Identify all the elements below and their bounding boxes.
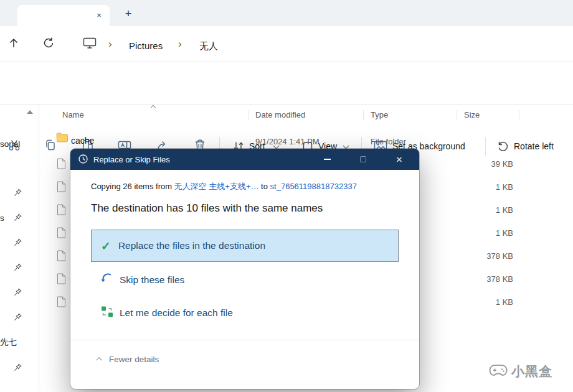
file-icon bbox=[57, 296, 66, 310]
file-explorer-window: × + › Pictures › 无人 bbox=[0, 0, 573, 392]
dialog-title-bar[interactable]: Replace or Skip Files × bbox=[70, 149, 419, 170]
file-size: 1 KB bbox=[438, 228, 513, 238]
column-header-type[interactable]: Type bbox=[371, 110, 388, 119]
pin-icon bbox=[13, 238, 23, 248]
pin-icon bbox=[13, 363, 23, 373]
pin-icon bbox=[13, 287, 23, 297]
pin-icon bbox=[13, 263, 23, 273]
rotate-left-button[interactable]: Rotate left bbox=[514, 141, 554, 151]
decide-each-file-label: Let me decide for each file bbox=[120, 307, 233, 319]
monitor-icon bbox=[83, 37, 97, 52]
file-size: 1 KB bbox=[438, 205, 513, 215]
close-icon: × bbox=[396, 154, 402, 165]
sidebar-divider bbox=[39, 105, 39, 392]
refresh-button[interactable] bbox=[39, 34, 59, 54]
copy-summary-to: to bbox=[261, 182, 268, 191]
up-arrow-icon bbox=[7, 37, 20, 52]
skip-files-label: Skip these files bbox=[120, 274, 184, 286]
maximize-button[interactable] bbox=[349, 149, 377, 170]
sort-ascending-icon bbox=[151, 105, 156, 110]
dialog-divider bbox=[70, 340, 419, 340]
copy-summary: Copying 26 items from 无人深空 主线+支线+… to st… bbox=[91, 181, 357, 192]
column-header-date-modified[interactable]: Date modified bbox=[255, 110, 305, 119]
decide-icon bbox=[100, 305, 114, 321]
skip-icon bbox=[100, 272, 114, 288]
chevron-down-icon bbox=[343, 143, 349, 149]
gamepad-logo-icon bbox=[489, 362, 508, 381]
fewer-details-label: Fewer details bbox=[109, 355, 159, 364]
minimize-icon bbox=[324, 159, 331, 160]
column-separator[interactable] bbox=[363, 110, 364, 120]
navigation-bar: › Pictures › 无人 bbox=[0, 26, 573, 62]
file-icon bbox=[57, 273, 66, 287]
watermark: 小黑盒 bbox=[489, 362, 552, 381]
pin-icon bbox=[13, 213, 23, 223]
file-size: 378 KB bbox=[438, 251, 513, 261]
breadcrumb-pictures[interactable]: Pictures bbox=[129, 40, 163, 51]
file-name[interactable]: cache bbox=[71, 136, 94, 146]
tab-strip: × + bbox=[0, 0, 573, 26]
file-date-modified: 9/1/2024 1:41 PM bbox=[255, 137, 320, 146]
decide-each-file-option[interactable]: Let me decide for each file bbox=[100, 305, 233, 321]
skip-files-option[interactable]: Skip these files bbox=[100, 272, 184, 288]
file-icon bbox=[57, 204, 66, 218]
file-size: 39 KB bbox=[438, 159, 513, 169]
up-button[interactable] bbox=[4, 34, 24, 54]
file-size: 378 KB bbox=[438, 274, 513, 284]
destination-folder-link[interactable]: st_76561198818732337 bbox=[270, 182, 357, 191]
file-icon bbox=[57, 227, 66, 241]
column-header-name[interactable]: Name bbox=[62, 110, 84, 119]
check-icon: ✓ bbox=[101, 239, 111, 253]
source-folder-link[interactable]: 无人深空 主线+支线+… bbox=[174, 182, 259, 191]
sidebar-item-partial[interactable]: 先七 bbox=[0, 337, 21, 348]
replace-files-label: Replace the files in the destination bbox=[118, 240, 265, 251]
copy-icon bbox=[44, 139, 57, 154]
column-separator[interactable] bbox=[519, 110, 519, 120]
dialog-title: Replace or Skip Files bbox=[93, 155, 170, 164]
replace-files-option[interactable]: ✓ Replace the files in the destination bbox=[91, 230, 399, 262]
tab-close-icon[interactable]: × bbox=[93, 10, 105, 21]
column-header-size[interactable]: Size bbox=[464, 110, 480, 119]
new-tab-button[interactable]: + bbox=[121, 6, 136, 21]
watermark-text: 小黑盒 bbox=[511, 363, 552, 380]
replace-or-skip-dialog: Replace or Skip Files × Copying 26 items… bbox=[70, 149, 419, 389]
pin-icon bbox=[13, 188, 23, 198]
explorer-tab[interactable]: × bbox=[17, 5, 110, 26]
breadcrumb-current-folder[interactable]: 无人 bbox=[199, 40, 218, 52]
pin-icon bbox=[13, 312, 23, 322]
file-icon bbox=[57, 158, 66, 172]
chevron-up-icon bbox=[96, 357, 102, 363]
sidebar-item-personal-partial[interactable]: sonal bbox=[0, 139, 21, 149]
clock-icon bbox=[78, 154, 88, 164]
breadcrumb-device-button[interactable] bbox=[80, 34, 100, 54]
minimize-button[interactable] bbox=[313, 149, 341, 170]
column-separator[interactable] bbox=[248, 110, 249, 120]
sidebar-item-partial[interactable]: s bbox=[0, 213, 7, 223]
conflict-headline: The destination has 10 files with the sa… bbox=[91, 202, 323, 215]
breadcrumb-chevron-icon: › bbox=[108, 38, 112, 50]
maximize-icon bbox=[360, 156, 366, 162]
refresh-icon bbox=[42, 37, 55, 52]
scroll-up-arrow[interactable] bbox=[27, 110, 33, 114]
file-size: 1 KB bbox=[438, 182, 513, 192]
file-size: 1 KB bbox=[438, 297, 513, 307]
folder-icon bbox=[56, 133, 69, 145]
file-type: File folder bbox=[371, 137, 406, 146]
fewer-details-toggle[interactable]: Fewer details bbox=[98, 353, 159, 365]
file-icon bbox=[57, 181, 66, 195]
breadcrumb-chevron-icon: › bbox=[178, 38, 182, 50]
close-button[interactable]: × bbox=[385, 149, 414, 170]
toolbar-divider bbox=[485, 137, 486, 156]
file-icon bbox=[57, 250, 66, 264]
command-toolbar: Sort View Set as background Rotate left bbox=[0, 62, 573, 105]
rotate-left-icon bbox=[495, 139, 510, 154]
column-separator[interactable] bbox=[457, 110, 457, 120]
copy-summary-prefix: Copying 26 items from bbox=[91, 182, 172, 191]
